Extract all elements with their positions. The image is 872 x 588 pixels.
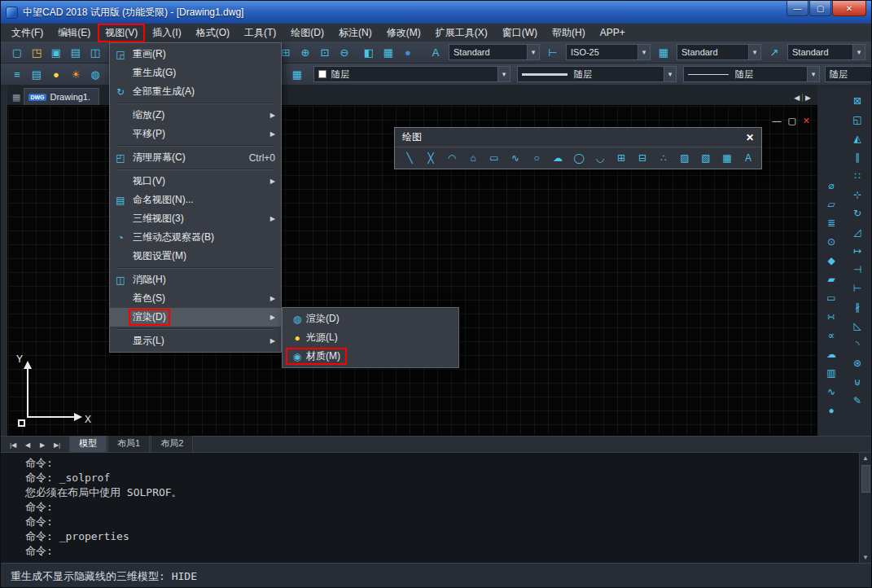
new-file-icon[interactable]: ▢: [8, 44, 26, 60]
text-style-select[interactable]: Standard▾: [449, 44, 540, 60]
text-style-arrow-icon[interactable]: ▾: [527, 45, 539, 59]
edit-polyline-icon[interactable]: ✎: [848, 392, 867, 409]
menubar-item-draw[interactable]: 绘图(D): [283, 24, 331, 42]
wipeout-icon[interactable]: ▥: [822, 364, 841, 381]
menubar-item-view[interactable]: 视图(V): [98, 24, 145, 42]
zoom-previous-icon[interactable]: ⊖: [335, 44, 353, 60]
tab-nav-first-icon[interactable]: |◀: [6, 441, 20, 452]
plot-icon[interactable]: ▤: [67, 44, 85, 60]
command-prompt-line[interactable]: 重生成不显示隐藏线的三维模型: HIDE: [1, 563, 871, 588]
construction-line-icon[interactable]: ╳: [421, 150, 440, 166]
view-menu-item-hide[interactable]: ◫消隐(H): [110, 270, 281, 289]
doc-tab-scroll-right-icon[interactable]: ▶: [805, 94, 811, 102]
table-style-arrow-icon[interactable]: ▾: [748, 45, 760, 59]
break-icon[interactable]: ∦: [848, 298, 867, 315]
mleader-style-select[interactable]: Standard▾: [787, 44, 865, 60]
close-button[interactable]: ✕: [832, 1, 866, 16]
view-menu-item-view-settings[interactable]: 视图设置(M): [110, 247, 281, 265]
layer-properties-icon[interactable]: ≡: [8, 66, 26, 82]
doc-tab-scroll-left-icon[interactable]: ◀: [794, 94, 800, 102]
linetype-control-arrow-icon[interactable]: ▾: [664, 67, 676, 81]
gradient-icon[interactable]: ▧: [696, 150, 716, 166]
view-menu-item-regen-all[interactable]: ↻全部重生成(A): [110, 82, 281, 101]
tab-nav-last-icon[interactable]: ▶|: [50, 441, 64, 452]
plotstyle-control[interactable]: 随层: [825, 66, 872, 82]
render-sphere-icon[interactable]: ●: [822, 402, 841, 419]
scroll-thumb[interactable]: [861, 465, 870, 493]
array-icon[interactable]: ∷: [848, 167, 867, 184]
menubar-item-express-tools[interactable]: 扩展工具(X): [428, 24, 495, 42]
view-menu-item-redraw[interactable]: ◲重画(R): [110, 45, 281, 64]
dim-style-select[interactable]: ISO-25▾: [566, 44, 651, 60]
zoom-window-icon[interactable]: ⊡: [316, 44, 334, 60]
view-menu-item-pan[interactable]: 平移(P)▶: [110, 125, 281, 143]
make-block-icon[interactable]: ⊟: [633, 150, 652, 166]
menubar-item-help[interactable]: 帮助(H): [545, 24, 593, 42]
boundary-icon[interactable]: ▭: [822, 289, 841, 306]
view-menu-item-clean-screen[interactable]: ◰清理屏幕(C)Ctrl+0: [110, 148, 281, 167]
tab-nav-next-icon[interactable]: ▶: [35, 441, 50, 452]
extend-icon[interactable]: ⊢: [848, 279, 867, 296]
globe-icon[interactable]: ●: [399, 44, 417, 60]
menubar-item-window[interactable]: 窗口(W): [495, 24, 545, 42]
menubar-item-tools[interactable]: 工具(T): [237, 24, 283, 42]
layout-tab-layout1[interactable]: 布局1: [107, 435, 150, 452]
color-control-arrow-icon[interactable]: ▾: [497, 67, 510, 81]
maximize-button[interactable]: ▢: [809, 1, 831, 16]
rotate-icon[interactable]: ↻: [848, 204, 867, 222]
table-icon[interactable]: ▦: [717, 150, 737, 166]
minimize-button[interactable]: —: [787, 1, 808, 16]
open-file-icon[interactable]: ◳: [28, 44, 46, 60]
view-menu-item-viewports[interactable]: 视口(V)▶: [110, 172, 281, 191]
fillet-icon[interactable]: ◝: [848, 336, 867, 353]
explode-icon[interactable]: ⊛: [848, 354, 867, 371]
viewports-icon[interactable]: ◧: [360, 44, 378, 60]
layout-tab-layout2[interactable]: 布局2: [151, 435, 193, 452]
polygon-icon[interactable]: ⌂: [463, 150, 483, 166]
spline-icon[interactable]: ∿: [506, 150, 525, 166]
menubar-item-modify[interactable]: 修改(M): [379, 24, 428, 42]
revision-cloud-icon[interactable]: ☁: [548, 150, 567, 166]
light-icon[interactable]: ●: [47, 66, 65, 82]
command-window[interactable]: 命令:命令: _solprof您必须在布局中使用 SOLPROF。命令:命令:命…: [1, 452, 871, 563]
distance-icon[interactable]: ⌀: [822, 177, 841, 194]
copy-icon[interactable]: ◱: [848, 111, 867, 128]
view-menu-item-regen[interactable]: 重生成(G): [110, 64, 281, 82]
dim-style-icon[interactable]: ⊢: [544, 44, 562, 60]
view-menu-item-named-views[interactable]: ▤命名视图(N)...: [110, 191, 281, 209]
ellipse-arc-icon[interactable]: ◡: [590, 150, 610, 166]
view-menu-item-shade[interactable]: 着色(S)▶: [110, 289, 281, 308]
sketch-icon[interactable]: ∿: [822, 383, 841, 400]
mleader-style-icon[interactable]: ↗: [765, 44, 783, 60]
scroll-up-icon[interactable]: ▲: [862, 453, 869, 463]
id-point-icon[interactable]: ⊙: [822, 233, 841, 250]
document-tab[interactable]: DWG Drawing1.: [24, 88, 99, 105]
revision-cloud-icon[interactable]: ☁: [822, 345, 841, 362]
mleader-style-arrow-icon[interactable]: ▾: [852, 45, 865, 59]
region-icon[interactable]: ▰: [822, 270, 841, 287]
menubar-item-edit[interactable]: 编辑(E): [50, 24, 98, 42]
save-file-icon[interactable]: ▣: [47, 44, 65, 60]
ellipse-icon[interactable]: ◯: [569, 150, 589, 166]
menubar-item-app-plus[interactable]: APP+: [593, 24, 633, 41]
view-menu-item-render[interactable]: 渲染(D)▶: [110, 308, 281, 327]
point-icon[interactable]: ∴: [654, 150, 673, 166]
scroll-down-icon[interactable]: ▼: [862, 552, 869, 563]
draw-toolbar-close-icon[interactable]: ✕: [746, 132, 754, 143]
list-icon[interactable]: ≣: [822, 214, 841, 231]
erase-icon[interactable]: ⊠: [848, 92, 867, 109]
draw-toolbar-titlebar[interactable]: 绘图 ✕: [395, 128, 761, 147]
measure-icon[interactable]: ∝: [822, 327, 841, 344]
lineweight-control[interactable]: 随层 ▾: [683, 66, 820, 82]
scale-icon[interactable]: ◿: [848, 223, 867, 240]
render-submenu-item-light[interactable]: ●光源(L): [283, 328, 458, 347]
render-submenu-item-material[interactable]: ◉材质(M): [283, 347, 458, 366]
arc-icon[interactable]: ◠: [442, 150, 462, 166]
plot-preview-icon[interactable]: ◫: [86, 44, 104, 60]
table-style-icon[interactable]: ▦: [655, 44, 673, 60]
stretch-icon[interactable]: ↦: [848, 242, 867, 259]
rectangle-icon[interactable]: ▭: [484, 150, 504, 166]
view-menu-item-display[interactable]: 显示(L)▶: [110, 331, 281, 350]
view-menu-item-3d-views[interactable]: 三维视图(3)▶: [110, 209, 281, 228]
sheet-set-icon[interactable]: ▦: [379, 44, 397, 60]
